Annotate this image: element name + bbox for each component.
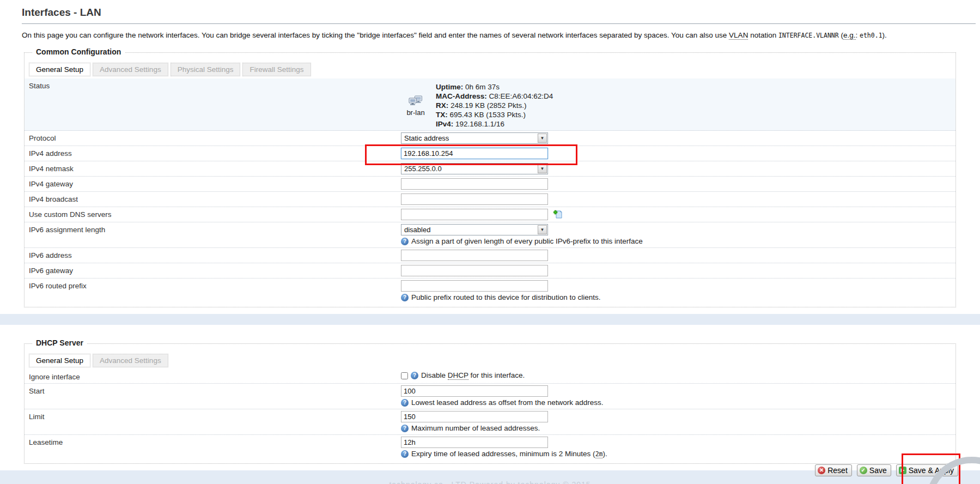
ipv6-address-label: IPv6 address xyxy=(29,250,401,259)
save-check-icon: ✓ xyxy=(860,467,867,474)
status-value: 248.19 KB (2852 Pkts.) xyxy=(451,101,527,110)
tab-firewall-settings[interactable]: Firewall Settings xyxy=(242,63,311,76)
ignore-interface-checkbox[interactable] xyxy=(401,372,408,379)
ipv6-prefix-input[interactable] xyxy=(401,280,548,292)
chevron-down-icon: ▼ xyxy=(538,164,547,173)
protocol-select[interactable]: Static address ▼ xyxy=(401,132,548,144)
help-icon: ? xyxy=(401,294,409,301)
ipv6-address-row: IPv6 address xyxy=(25,248,955,263)
reset-button-label: Reset xyxy=(827,466,848,475)
ipv4-broadcast-input[interactable] xyxy=(401,193,548,205)
ipv6-prefix-help: ? Public prefix routed to this device fo… xyxy=(401,293,951,302)
dhcp-leasetime-row: Leasetime ? Expiry time of leased addres… xyxy=(25,435,955,460)
dhcp-start-input[interactable] xyxy=(401,385,548,397)
common-configuration-fieldset: Common Configuration General Setup Advan… xyxy=(24,52,956,307)
dhcp-server-legend: DHCP Server xyxy=(32,338,87,347)
help-icon: ? xyxy=(411,372,418,379)
help-text: for this interface. xyxy=(468,371,525,379)
ipv4-broadcast-row: IPv4 broadcast xyxy=(25,192,955,207)
description-text: notation xyxy=(748,31,778,39)
status-tx: TX: 695.43 KB (1533 Pkts.) xyxy=(436,110,553,119)
ipv6-assignment-label: IPv6 assignment length xyxy=(29,224,401,234)
ipv6-assignment-select[interactable]: disabled ▼ xyxy=(401,224,548,235)
dhcp-limit-label: Limit xyxy=(29,411,401,421)
tab-advanced-settings[interactable]: Advanced Settings xyxy=(93,63,168,76)
ipv6-assignment-help: ? Assign a part of given length of every… xyxy=(401,237,951,246)
vlan-abbr: VLAN xyxy=(729,31,748,40)
dhcp-start-help: ? Lowest leased address as offset from t… xyxy=(401,398,951,407)
status-value: 192.168.1.1/16 xyxy=(455,120,504,128)
common-configuration-tabs: General Setup Advanced Settings Physical… xyxy=(29,63,955,76)
save-button[interactable]: ✓ Save xyxy=(857,464,891,476)
ipv6-prefix-row: IPv6 routed prefix ? Public prefix route… xyxy=(25,279,955,304)
help-text: Assign a part of given length of every p… xyxy=(411,237,643,246)
ipv4-gateway-input[interactable] xyxy=(401,178,548,190)
interface-device: br-lan xyxy=(401,82,430,129)
dhcp-start-row: Start ? Lowest leased address as offset … xyxy=(25,384,955,409)
chevron-down-icon: ▼ xyxy=(538,225,547,234)
page-description: On this page you can configure the netwo… xyxy=(22,31,942,40)
dhcp-leasetime-input[interactable] xyxy=(401,437,548,448)
status-info: Uptime: 0h 6m 37s MAC-Address: C8:EE:A6:… xyxy=(436,82,553,129)
ipv4-address-input[interactable] xyxy=(401,148,548,159)
protocol-selected-value: Static address xyxy=(404,134,449,142)
ipv4-netmask-selected-value: 255.255.0.0 xyxy=(404,165,442,173)
ignore-interface-label: Ignore interface xyxy=(29,371,401,381)
dhcp-leasetime-help: ? Expiry time of leased addresses, minim… xyxy=(401,450,951,458)
dhcp-limit-row: Limit ? Maximum number of leased address… xyxy=(25,409,955,435)
dhcp-tab-advanced-settings[interactable]: Advanced Settings xyxy=(93,354,168,367)
ethernet-bridge-icon xyxy=(408,95,423,107)
dhcp-tab-general-setup[interactable]: General Setup xyxy=(29,354,90,367)
ipv4-netmask-label: IPv4 netmask xyxy=(29,163,401,173)
help-text: Expiry time of leased addresses, minimum… xyxy=(411,450,607,458)
custom-dns-input[interactable] xyxy=(401,209,548,220)
footer-text: technology co., LTD Powered by technolog… xyxy=(0,480,980,484)
custom-dns-label: Use custom DNS servers xyxy=(29,209,401,219)
tab-physical-settings[interactable]: Physical Settings xyxy=(171,63,241,76)
page-title: Interfaces - LAN xyxy=(22,3,976,24)
ipv6-address-input[interactable] xyxy=(401,250,548,261)
help-text: ). xyxy=(602,450,607,458)
tab-general-setup[interactable]: General Setup xyxy=(29,63,90,76)
description-text: On this page you can configure the netwo… xyxy=(22,31,729,39)
help-icon: ? xyxy=(401,450,409,458)
help-text: Maximum number of leased addresses. xyxy=(411,424,540,433)
ipv6-assignment-selected-value: disabled xyxy=(404,226,430,234)
status-ipv4: IPv4: 192.168.1.1/16 xyxy=(436,119,553,129)
apply-play-icon: ▶ xyxy=(899,467,906,474)
help-icon: ? xyxy=(401,238,409,245)
status-key: Uptime: xyxy=(436,83,463,91)
custom-dns-row: Use custom DNS servers xyxy=(25,207,955,222)
common-configuration-legend: Common Configuration xyxy=(32,47,125,56)
help-text: Lowest leased address as offset from the… xyxy=(411,398,603,407)
status-uptime: Uptime: 0h 6m 37s xyxy=(436,82,553,92)
interface-device-name: br-lan xyxy=(401,108,430,117)
help-text: Disable xyxy=(421,371,448,379)
ipv6-gateway-input[interactable] xyxy=(401,265,548,276)
dhcp-leasetime-label: Leasetime xyxy=(29,437,401,446)
ipv6-assignment-row: IPv6 assignment length disabled ▼ ? Assi… xyxy=(25,222,955,248)
dhcp-limit-input[interactable] xyxy=(401,411,548,422)
dhcp-start-label: Start xyxy=(29,385,401,395)
ipv4-address-row: IPv4 address xyxy=(25,146,955,161)
help-icon: ? xyxy=(401,425,409,432)
chevron-down-icon: ▼ xyxy=(538,134,547,143)
add-entry-icon[interactable] xyxy=(553,210,563,219)
eg-abbr: e.g. xyxy=(843,31,856,40)
dhcp-server-fieldset: DHCP Server General Setup Advanced Setti… xyxy=(24,343,956,464)
ipv4-broadcast-label: IPv4 broadcast xyxy=(29,193,401,203)
description-text: ). xyxy=(882,31,887,39)
reset-button[interactable]: ✕ Reset xyxy=(815,464,852,476)
ipv4-gateway-row: IPv4 gateway xyxy=(25,177,955,192)
status-mac: MAC-Address: C8:EE:A6:04:62:D4 xyxy=(436,92,553,101)
status-row: Status xyxy=(25,78,955,131)
help-icon: ? xyxy=(401,399,409,407)
ipv4-netmask-select[interactable]: 255.255.0.0 ▼ xyxy=(401,163,548,174)
interfaces-lan-page: Interfaces - LAN On this page you can co… xyxy=(0,0,980,484)
dhcp-limit-help: ? Maximum number of leased addresses. xyxy=(401,424,951,433)
description-text: ( xyxy=(839,31,843,39)
dhcp-server-panel: DHCP Server General Setup Advanced Setti… xyxy=(0,325,980,470)
status-key: RX: xyxy=(436,101,448,110)
help-text: Expiry time of leased addresses, minimum… xyxy=(411,450,595,458)
ipv4-gateway-label: IPv4 gateway xyxy=(29,178,401,188)
